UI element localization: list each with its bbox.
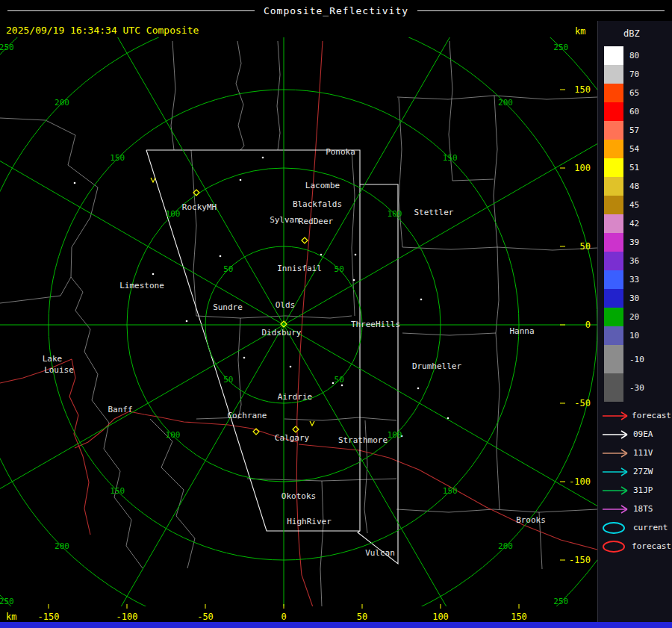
ring-distance-label: 150 <box>110 153 125 163</box>
ring-distance-label: 100 <box>166 209 181 219</box>
scale-row: 33 <box>604 270 671 289</box>
city-label: Lake <box>43 354 63 364</box>
city-label: HighRiver <box>287 517 332 526</box>
track-arrow-icon <box>601 503 631 516</box>
scale-value: 36 <box>629 256 639 266</box>
city-label: Brooks <box>516 515 546 525</box>
city-label: Airdrie <box>278 392 312 402</box>
scale-value: 48 <box>629 181 639 191</box>
symbol-row: 31JP <box>601 481 671 500</box>
scale-row: 42 <box>604 214 671 233</box>
scale-row: 57 <box>604 121 671 140</box>
scale-swatch <box>604 345 623 373</box>
track-arrow-icon <box>601 484 631 497</box>
ring-distance-label: 250 <box>0 597 14 606</box>
scale-value: 33 <box>629 275 639 285</box>
city-label: Calgary <box>275 433 310 443</box>
city-label: Olds <box>276 300 296 310</box>
y-axis-unit: km <box>575 26 585 37</box>
ring-distance-label: 150 <box>443 486 458 496</box>
city-label: Limestone <box>119 281 164 290</box>
city-label: Sundre <box>213 302 243 312</box>
scale-row: 20 <box>604 308 671 326</box>
scale-swatch <box>604 326 623 345</box>
scale-value: 42 <box>629 219 639 228</box>
scale-swatch <box>604 308 623 326</box>
scale-value: 39 <box>629 237 639 247</box>
city-label: Strathmore <box>338 435 388 445</box>
symbol-row: forecast <box>601 406 671 425</box>
symbol-row: 111V <box>601 444 671 462</box>
scale-swatch <box>604 233 623 252</box>
y-axis-label: 0 <box>585 320 591 330</box>
scale-swatch <box>604 270 623 289</box>
ring-distance-label: 100 <box>166 430 181 440</box>
chevron-marker-icon <box>151 178 155 182</box>
y-axis-label: -150 <box>569 555 591 565</box>
scale-row: 51 <box>604 158 671 177</box>
ring-distance-label: 150 <box>110 486 125 496</box>
ring-distance-label: 50 <box>335 264 344 274</box>
azimuth-line <box>284 63 597 325</box>
scale-row: 10 <box>604 326 671 345</box>
city-label: Louise <box>44 365 74 375</box>
scale-swatch <box>604 46 623 65</box>
city-label: Banff <box>108 405 132 414</box>
window-title: Composite_Reflectivity <box>264 5 408 16</box>
city-label: ThreeHills <box>351 320 400 329</box>
city-label: Vulcan <box>365 548 395 558</box>
scale-value: 20 <box>629 312 639 322</box>
city-label: Sylvan <box>270 215 299 225</box>
scale-row: 30 <box>604 289 671 308</box>
scale-value: 65 <box>629 88 639 98</box>
scale-row: 36 <box>604 252 671 270</box>
y-axis-label: 100 <box>574 163 591 173</box>
ring-distance-label: 250 <box>0 43 14 52</box>
y-axis-label: 50 <box>580 241 591 252</box>
scale-swatch <box>604 373 623 402</box>
ring-distance-label: 150 <box>443 153 458 163</box>
ring-distance-label: 200 <box>55 98 69 108</box>
scale-row: 39 <box>604 233 671 252</box>
city-label: RockyMH <box>182 202 217 212</box>
scale-value: 60 <box>629 107 639 116</box>
track-arrow-icon <box>601 447 631 460</box>
symbol-label: forecast <box>632 411 671 420</box>
title-rule-right <box>417 10 665 11</box>
symbol-label: forecast <box>632 541 671 551</box>
scale-swatch <box>604 252 623 270</box>
y-axis-label: -100 <box>569 476 591 487</box>
scale-row: 70 <box>604 65 671 84</box>
symbol-row: forecast <box>601 537 671 556</box>
scale-swatch <box>604 65 623 84</box>
radar-site-diamond-icon <box>293 426 299 432</box>
symbol-row: 27ZW <box>601 462 671 481</box>
scale-row: 80 <box>604 46 671 65</box>
ring-distance-label: 100 <box>388 430 402 440</box>
city-label: Cochrane <box>228 411 267 420</box>
scale-value: -10 <box>629 355 644 364</box>
city-label: Lacombe <box>305 181 340 190</box>
timestamp: 2025/09/19 16:34:34 UTC Composite <box>6 25 199 36</box>
ring-distance-label: 250 <box>553 43 568 52</box>
city-label: RedDeer <box>299 217 334 226</box>
scale-swatch <box>604 289 623 308</box>
city-label: Stettler <box>414 208 454 217</box>
legend-panel: dBZ 80706560575451484542393633302010-10-… <box>597 21 672 622</box>
city-labels: PonokaLacombeBlackfaldsSylvanRedDeerRock… <box>43 147 546 558</box>
symbol-label: 111V <box>633 448 653 458</box>
track-arrow-icon <box>601 465 631 479</box>
radar-window: Composite_Reflectivity 2025/09/19 16:34:… <box>0 0 672 628</box>
city-label: Hanna <box>509 326 534 336</box>
chevron-marker-icon <box>310 421 314 426</box>
x-axis: -150-100-50050100150 <box>38 604 527 622</box>
scale-swatch <box>604 121 623 140</box>
scale-row: 48 <box>604 177 671 196</box>
ring-distance-label: 50 <box>223 264 233 274</box>
horizontal-scrollbar[interactable] <box>0 622 672 628</box>
map-canvas[interactable]: 5050505010010010010015015015015020020020… <box>0 37 597 622</box>
ring-distance-label: 200 <box>55 541 69 551</box>
scale-row: 45 <box>604 196 671 214</box>
scale-swatch <box>604 158 623 177</box>
symbol-legend: forecast09EA111V27ZW31JP18TScurrentforec… <box>601 406 671 556</box>
